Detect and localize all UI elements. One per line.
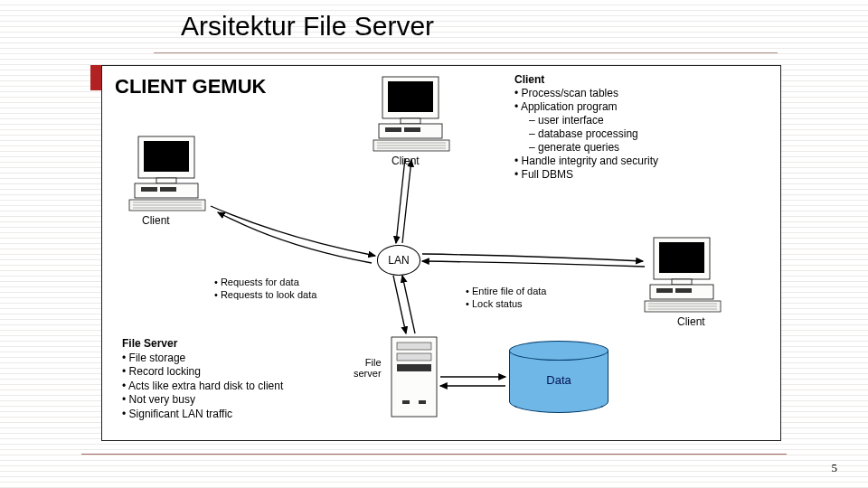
responses-down-list: Entire file of data Lock status xyxy=(466,285,546,311)
client-right-label: Client xyxy=(677,315,705,328)
requests-item: Requests to look data xyxy=(214,288,316,301)
title-underline xyxy=(154,52,778,53)
file-server-icon xyxy=(392,337,437,417)
responses-item: Lock status xyxy=(466,297,546,310)
client-left-icon xyxy=(129,136,205,211)
requests-up-list: Requests for data Requests to look data xyxy=(214,276,316,302)
lan-node: LAN xyxy=(377,245,420,276)
client-desc-item: Handle integrity and security xyxy=(514,155,768,168)
client-desc-item: Full DBMS xyxy=(514,168,768,182)
fileserver-desc-item: File storage xyxy=(122,352,357,366)
client-desc-subitem: generate queries xyxy=(529,141,768,155)
file-server-node-label: File server xyxy=(354,357,382,379)
fileserver-desc-heading: File Server xyxy=(122,337,357,352)
fileserver-desc-item: Record locking xyxy=(122,365,357,380)
client-left-label: Client xyxy=(142,214,170,227)
client-description: Client Process/scan tables Application p… xyxy=(514,73,768,182)
data-cylinder-label: Data xyxy=(509,373,609,387)
lan-label: LAN xyxy=(388,254,409,267)
footer-rule xyxy=(81,454,787,455)
client-desc-subitem: database processing xyxy=(529,127,768,141)
diagram-panel: CLIENT GEMUK xyxy=(101,65,781,441)
client-desc-item: Application program xyxy=(514,100,768,114)
fileserver-desc-item: Significant LAN traffic xyxy=(122,408,357,422)
fileserver-desc-item: Acts like extra hard disk to client xyxy=(122,380,357,394)
client-top-icon xyxy=(373,77,449,151)
client-desc-subitem: user interface xyxy=(529,114,768,127)
client-desc-item: Process/scan tables xyxy=(514,87,768,100)
slide-title: Arsitektur File Server xyxy=(181,11,434,42)
responses-item: Entire file of data xyxy=(466,285,546,297)
client-desc-heading: Client xyxy=(514,73,768,87)
client-top-label: Client xyxy=(392,155,420,167)
fileserver-desc-item: Not very busy xyxy=(122,393,357,408)
client-right-icon xyxy=(645,238,721,312)
requests-item: Requests for data xyxy=(214,276,316,288)
page-number: 5 xyxy=(832,461,838,475)
fileserver-description: File Server File storage Record locking … xyxy=(122,337,357,422)
